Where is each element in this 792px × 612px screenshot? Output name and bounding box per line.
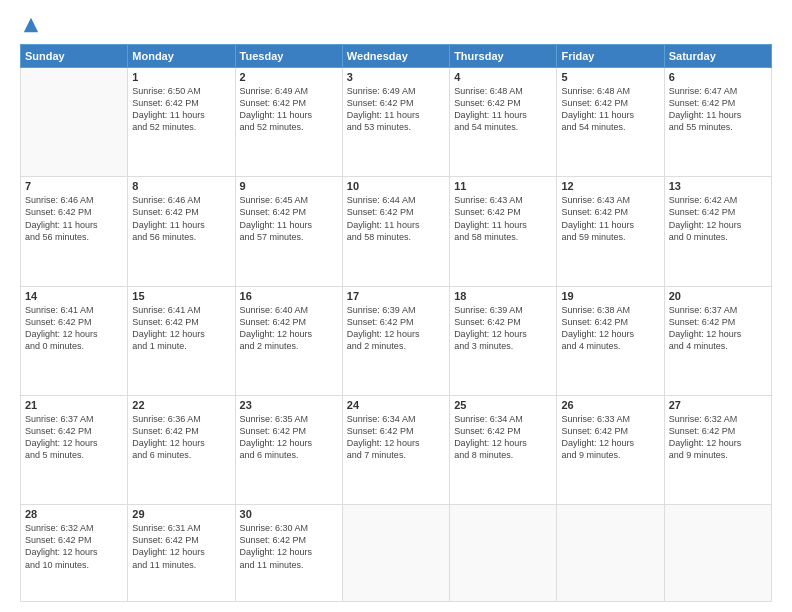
logo (20, 16, 40, 34)
weekday-header-wednesday: Wednesday (342, 45, 449, 68)
calendar-week-3: 14Sunrise: 6:41 AM Sunset: 6:42 PM Dayli… (21, 286, 772, 395)
day-number: 29 (132, 508, 230, 520)
weekday-header-tuesday: Tuesday (235, 45, 342, 68)
day-info: Sunrise: 6:37 AM Sunset: 6:42 PM Dayligh… (25, 413, 123, 462)
day-info: Sunrise: 6:36 AM Sunset: 6:42 PM Dayligh… (132, 413, 230, 462)
day-info: Sunrise: 6:50 AM Sunset: 6:42 PM Dayligh… (132, 85, 230, 134)
calendar-cell: 10Sunrise: 6:44 AM Sunset: 6:42 PM Dayli… (342, 177, 449, 286)
day-number: 6 (669, 71, 767, 83)
calendar-cell: 24Sunrise: 6:34 AM Sunset: 6:42 PM Dayli… (342, 395, 449, 504)
day-info: Sunrise: 6:38 AM Sunset: 6:42 PM Dayligh… (561, 304, 659, 353)
day-number: 28 (25, 508, 123, 520)
day-number: 4 (454, 71, 552, 83)
day-number: 22 (132, 399, 230, 411)
calendar-cell: 6Sunrise: 6:47 AM Sunset: 6:42 PM Daylig… (664, 68, 771, 177)
day-number: 25 (454, 399, 552, 411)
calendar-cell: 28Sunrise: 6:32 AM Sunset: 6:42 PM Dayli… (21, 505, 128, 602)
day-info: Sunrise: 6:32 AM Sunset: 6:42 PM Dayligh… (669, 413, 767, 462)
day-info: Sunrise: 6:41 AM Sunset: 6:42 PM Dayligh… (132, 304, 230, 353)
day-number: 16 (240, 290, 338, 302)
day-number: 9 (240, 180, 338, 192)
day-info: Sunrise: 6:35 AM Sunset: 6:42 PM Dayligh… (240, 413, 338, 462)
calendar-week-5: 28Sunrise: 6:32 AM Sunset: 6:42 PM Dayli… (21, 505, 772, 602)
calendar-cell (664, 505, 771, 602)
day-number: 20 (669, 290, 767, 302)
day-info: Sunrise: 6:40 AM Sunset: 6:42 PM Dayligh… (240, 304, 338, 353)
page: SundayMondayTuesdayWednesdayThursdayFrid… (0, 0, 792, 612)
calendar-cell (342, 505, 449, 602)
calendar-cell: 30Sunrise: 6:30 AM Sunset: 6:42 PM Dayli… (235, 505, 342, 602)
day-info: Sunrise: 6:48 AM Sunset: 6:42 PM Dayligh… (561, 85, 659, 134)
day-number: 5 (561, 71, 659, 83)
weekday-header-row: SundayMondayTuesdayWednesdayThursdayFrid… (21, 45, 772, 68)
day-number: 3 (347, 71, 445, 83)
calendar-week-2: 7Sunrise: 6:46 AM Sunset: 6:42 PM Daylig… (21, 177, 772, 286)
day-number: 21 (25, 399, 123, 411)
day-info: Sunrise: 6:46 AM Sunset: 6:42 PM Dayligh… (132, 194, 230, 243)
calendar-cell: 29Sunrise: 6:31 AM Sunset: 6:42 PM Dayli… (128, 505, 235, 602)
day-info: Sunrise: 6:49 AM Sunset: 6:42 PM Dayligh… (347, 85, 445, 134)
day-number: 7 (25, 180, 123, 192)
calendar-cell: 21Sunrise: 6:37 AM Sunset: 6:42 PM Dayli… (21, 395, 128, 504)
calendar-cell: 4Sunrise: 6:48 AM Sunset: 6:42 PM Daylig… (450, 68, 557, 177)
weekday-header-sunday: Sunday (21, 45, 128, 68)
day-number: 27 (669, 399, 767, 411)
day-info: Sunrise: 6:49 AM Sunset: 6:42 PM Dayligh… (240, 85, 338, 134)
weekday-header-thursday: Thursday (450, 45, 557, 68)
day-number: 24 (347, 399, 445, 411)
day-info: Sunrise: 6:43 AM Sunset: 6:42 PM Dayligh… (561, 194, 659, 243)
day-info: Sunrise: 6:33 AM Sunset: 6:42 PM Dayligh… (561, 413, 659, 462)
day-info: Sunrise: 6:30 AM Sunset: 6:42 PM Dayligh… (240, 522, 338, 571)
calendar-cell: 7Sunrise: 6:46 AM Sunset: 6:42 PM Daylig… (21, 177, 128, 286)
calendar-cell: 22Sunrise: 6:36 AM Sunset: 6:42 PM Dayli… (128, 395, 235, 504)
day-info: Sunrise: 6:37 AM Sunset: 6:42 PM Dayligh… (669, 304, 767, 353)
day-number: 12 (561, 180, 659, 192)
day-info: Sunrise: 6:46 AM Sunset: 6:42 PM Dayligh… (25, 194, 123, 243)
calendar-cell: 27Sunrise: 6:32 AM Sunset: 6:42 PM Dayli… (664, 395, 771, 504)
calendar-cell: 9Sunrise: 6:45 AM Sunset: 6:42 PM Daylig… (235, 177, 342, 286)
calendar-cell: 25Sunrise: 6:34 AM Sunset: 6:42 PM Dayli… (450, 395, 557, 504)
calendar-cell: 17Sunrise: 6:39 AM Sunset: 6:42 PM Dayli… (342, 286, 449, 395)
logo-icon (22, 16, 40, 34)
weekday-header-monday: Monday (128, 45, 235, 68)
day-info: Sunrise: 6:45 AM Sunset: 6:42 PM Dayligh… (240, 194, 338, 243)
day-info: Sunrise: 6:39 AM Sunset: 6:42 PM Dayligh… (347, 304, 445, 353)
svg-marker-0 (24, 18, 38, 32)
calendar-cell: 14Sunrise: 6:41 AM Sunset: 6:42 PM Dayli… (21, 286, 128, 395)
calendar-week-1: 1Sunrise: 6:50 AM Sunset: 6:42 PM Daylig… (21, 68, 772, 177)
calendar-cell (21, 68, 128, 177)
day-number: 17 (347, 290, 445, 302)
day-number: 18 (454, 290, 552, 302)
day-info: Sunrise: 6:39 AM Sunset: 6:42 PM Dayligh… (454, 304, 552, 353)
calendar-cell: 26Sunrise: 6:33 AM Sunset: 6:42 PM Dayli… (557, 395, 664, 504)
day-number: 8 (132, 180, 230, 192)
day-number: 15 (132, 290, 230, 302)
calendar-cell (450, 505, 557, 602)
day-info: Sunrise: 6:42 AM Sunset: 6:42 PM Dayligh… (669, 194, 767, 243)
day-number: 14 (25, 290, 123, 302)
calendar-cell: 2Sunrise: 6:49 AM Sunset: 6:42 PM Daylig… (235, 68, 342, 177)
calendar-cell: 16Sunrise: 6:40 AM Sunset: 6:42 PM Dayli… (235, 286, 342, 395)
day-info: Sunrise: 6:47 AM Sunset: 6:42 PM Dayligh… (669, 85, 767, 134)
day-number: 30 (240, 508, 338, 520)
calendar-cell: 1Sunrise: 6:50 AM Sunset: 6:42 PM Daylig… (128, 68, 235, 177)
day-number: 19 (561, 290, 659, 302)
calendar-cell (557, 505, 664, 602)
day-info: Sunrise: 6:43 AM Sunset: 6:42 PM Dayligh… (454, 194, 552, 243)
calendar-week-4: 21Sunrise: 6:37 AM Sunset: 6:42 PM Dayli… (21, 395, 772, 504)
day-number: 2 (240, 71, 338, 83)
calendar-cell: 20Sunrise: 6:37 AM Sunset: 6:42 PM Dayli… (664, 286, 771, 395)
day-info: Sunrise: 6:31 AM Sunset: 6:42 PM Dayligh… (132, 522, 230, 571)
day-number: 13 (669, 180, 767, 192)
calendar-cell: 12Sunrise: 6:43 AM Sunset: 6:42 PM Dayli… (557, 177, 664, 286)
day-info: Sunrise: 6:34 AM Sunset: 6:42 PM Dayligh… (454, 413, 552, 462)
calendar-cell: 15Sunrise: 6:41 AM Sunset: 6:42 PM Dayli… (128, 286, 235, 395)
day-number: 10 (347, 180, 445, 192)
calendar-cell: 13Sunrise: 6:42 AM Sunset: 6:42 PM Dayli… (664, 177, 771, 286)
weekday-header-friday: Friday (557, 45, 664, 68)
calendar-cell: 18Sunrise: 6:39 AM Sunset: 6:42 PM Dayli… (450, 286, 557, 395)
day-number: 1 (132, 71, 230, 83)
weekday-header-saturday: Saturday (664, 45, 771, 68)
day-info: Sunrise: 6:44 AM Sunset: 6:42 PM Dayligh… (347, 194, 445, 243)
calendar-table: SundayMondayTuesdayWednesdayThursdayFrid… (20, 44, 772, 602)
